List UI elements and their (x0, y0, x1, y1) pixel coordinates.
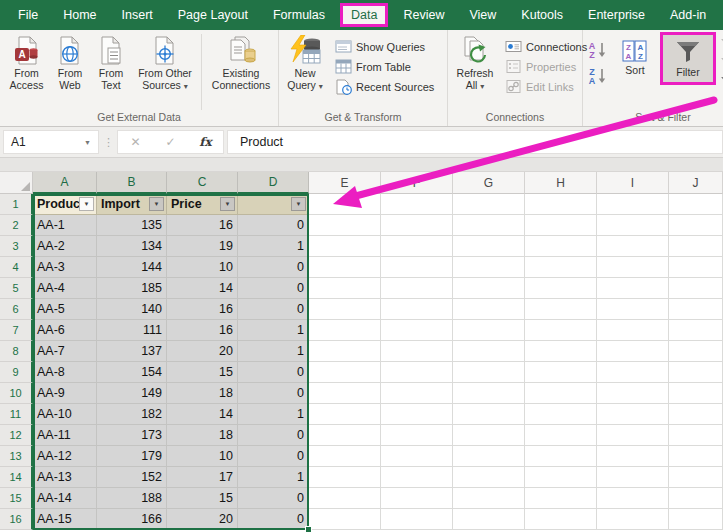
row-header-15[interactable]: 15 (0, 488, 33, 509)
cell-f4[interactable] (381, 257, 453, 278)
cell-c6[interactable]: 16 (167, 299, 238, 320)
table-header-cell-c1[interactable]: Price▼ (167, 194, 238, 215)
cell-h4[interactable] (525, 257, 597, 278)
filter-dropdown-import[interactable]: ▼ (149, 197, 164, 211)
cell-h14[interactable] (525, 467, 597, 488)
filter-dropdown-product[interactable]: ▼ (79, 197, 94, 211)
row-header-5[interactable]: 5 (0, 278, 33, 299)
cell-j10[interactable] (669, 383, 723, 404)
name-box-dropdown-icon[interactable]: ▼ (84, 139, 91, 146)
cell-h7[interactable] (525, 320, 597, 341)
cell-c2[interactable]: 16 (167, 215, 238, 236)
cell-j9[interactable] (669, 362, 723, 383)
cell-f1[interactable] (381, 194, 453, 215)
cell-b10[interactable]: 149 (97, 383, 167, 404)
cell-i7[interactable] (597, 320, 669, 341)
recent-sources-button[interactable]: Recent Sources (334, 77, 434, 96)
sort-descending-button[interactable]: ZA (586, 64, 610, 86)
tab-data[interactable]: Data (340, 3, 388, 27)
cell-h13[interactable] (525, 446, 597, 467)
cell-e8[interactable] (309, 341, 381, 362)
cell-f16[interactable] (381, 509, 453, 530)
cell-g10[interactable] (453, 383, 525, 404)
column-header-c[interactable]: C (167, 172, 238, 194)
cell-a7[interactable]: AA-6 (33, 320, 97, 341)
cell-a2[interactable]: AA-1 (33, 215, 97, 236)
show-queries-button[interactable]: Show Queries (334, 37, 434, 56)
cell-g8[interactable] (453, 341, 525, 362)
column-header-h[interactable]: H (525, 172, 597, 194)
cell-g7[interactable] (453, 320, 525, 341)
cell-e10[interactable] (309, 383, 381, 404)
cell-f11[interactable] (381, 404, 453, 425)
tab-kutools[interactable]: Kutools (511, 3, 573, 27)
cell-e9[interactable] (309, 362, 381, 383)
cell-g9[interactable] (453, 362, 525, 383)
cell-a16[interactable]: AA-15 (33, 509, 97, 530)
new-query-button[interactable]: New Query ▾ (282, 32, 328, 94)
cell-j14[interactable] (669, 467, 723, 488)
cell-h15[interactable] (525, 488, 597, 509)
row-header-8[interactable]: 8 (0, 341, 33, 362)
cell-i16[interactable] (597, 509, 669, 530)
cell-c9[interactable]: 15 (167, 362, 238, 383)
cell-e13[interactable] (309, 446, 381, 467)
cell-e1[interactable] (309, 194, 381, 215)
cell-e11[interactable] (309, 404, 381, 425)
cell-i5[interactable] (597, 278, 669, 299)
row-header-3[interactable]: 3 (0, 236, 33, 257)
from-text-button[interactable]: From Text (90, 32, 132, 92)
cell-b8[interactable]: 137 (97, 341, 167, 362)
cell-d5[interactable]: 0 (238, 278, 309, 299)
row-header-1[interactable]: 1 (0, 194, 33, 215)
row-header-2[interactable]: 2 (0, 215, 33, 236)
cell-j1[interactable] (669, 194, 723, 215)
cell-d10[interactable]: 0 (238, 383, 309, 404)
cell-d15[interactable]: 0 (238, 488, 309, 509)
cell-g1[interactable] (453, 194, 525, 215)
cell-d8[interactable]: 1 (238, 341, 309, 362)
cell-h12[interactable] (525, 425, 597, 446)
row-header-10[interactable]: 10 (0, 383, 33, 404)
cell-j5[interactable] (669, 278, 723, 299)
cell-g12[interactable] (453, 425, 525, 446)
cell-b5[interactable]: 185 (97, 278, 167, 299)
cell-j13[interactable] (669, 446, 723, 467)
cell-e5[interactable] (309, 278, 381, 299)
row-header-14[interactable]: 14 (0, 467, 33, 488)
row-header-6[interactable]: 6 (0, 299, 33, 320)
tab-view[interactable]: View (459, 3, 506, 27)
cell-i9[interactable] (597, 362, 669, 383)
cell-h8[interactable] (525, 341, 597, 362)
cell-h3[interactable] (525, 236, 597, 257)
cell-e2[interactable] (309, 215, 381, 236)
cell-a6[interactable]: AA-5 (33, 299, 97, 320)
cell-a5[interactable]: AA-4 (33, 278, 97, 299)
cell-i14[interactable] (597, 467, 669, 488)
cell-a14[interactable]: AA-13 (33, 467, 97, 488)
row-header-7[interactable]: 7 (0, 320, 33, 341)
cell-f15[interactable] (381, 488, 453, 509)
select-all-corner[interactable] (0, 172, 33, 194)
table-header-cell-d1[interactable]: ▼ (238, 194, 309, 215)
column-header-a[interactable]: A (33, 172, 97, 194)
cell-e6[interactable] (309, 299, 381, 320)
fill-handle[interactable] (305, 526, 312, 532)
cell-i4[interactable] (597, 257, 669, 278)
cell-d12[interactable]: 0 (238, 425, 309, 446)
cell-c3[interactable]: 19 (167, 236, 238, 257)
cell-g11[interactable] (453, 404, 525, 425)
cell-f6[interactable] (381, 299, 453, 320)
tab-enterprise[interactable]: Enterprise (578, 3, 655, 27)
cell-f8[interactable] (381, 341, 453, 362)
cell-d11[interactable]: 1 (238, 404, 309, 425)
cell-a9[interactable]: AA-8 (33, 362, 97, 383)
cell-j15[interactable] (669, 488, 723, 509)
cell-i11[interactable] (597, 404, 669, 425)
cell-g13[interactable] (453, 446, 525, 467)
cell-a10[interactable]: AA-9 (33, 383, 97, 404)
cell-d4[interactable]: 0 (238, 257, 309, 278)
cell-g16[interactable] (453, 509, 525, 530)
cell-c14[interactable]: 17 (167, 467, 238, 488)
cell-f10[interactable] (381, 383, 453, 404)
